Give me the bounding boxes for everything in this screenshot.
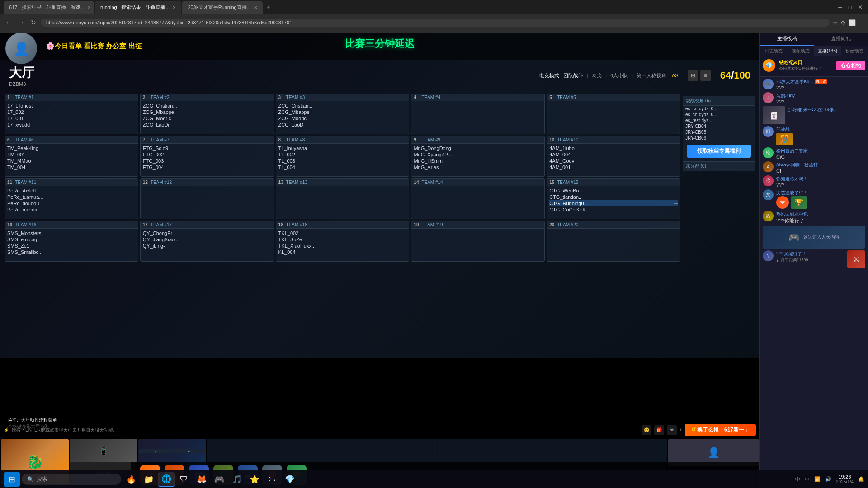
chat-username: 装的Judy bbox=[776, 93, 795, 98]
chat-avatar: 松 bbox=[763, 147, 774, 158]
extensions-icon[interactable]: ⬜ bbox=[849, 19, 856, 26]
taskbar-app-shield[interactable]: 🛡 bbox=[176, 472, 192, 487]
sidebar-tab-gifts[interactable]: 直播间礼 bbox=[814, 33, 868, 46]
minimize-btn[interactable]: ─ bbox=[836, 2, 844, 12]
player-name: 17_001 bbox=[7, 115, 136, 122]
player-name: CTG_WenBo bbox=[549, 188, 678, 194]
chat-message: 热 热风回到水中也 ???你能行了！ bbox=[763, 211, 865, 224]
forward-btn[interactable]: → bbox=[16, 18, 26, 27]
gift-btn[interactable]: 🎁 bbox=[654, 425, 664, 435]
taskbar-time: 19:26 2025/1/4 bbox=[836, 474, 854, 484]
fan-benefit-btn[interactable]: 领取粉丝专属福利 bbox=[687, 145, 751, 158]
player-name: MnG_DongDong bbox=[414, 145, 542, 151]
fan-badge-sub: 今日共有7位粉丝进行了 bbox=[779, 66, 822, 72]
spectator-name: es_cn-dydz_0... bbox=[683, 106, 755, 112]
chat-username: ???又能行了！ bbox=[776, 251, 807, 256]
settings-icon[interactable]: ⚙ bbox=[840, 19, 846, 26]
mode-view: 第一人称视角 bbox=[637, 72, 666, 79]
maximize-btn[interactable]: □ bbox=[847, 2, 854, 12]
tab-2[interactable]: running - 搜索结果 - 斗鱼直播... ✕ bbox=[95, 1, 181, 14]
taskbar-app-folder[interactable]: 📁 bbox=[141, 472, 157, 487]
player-name: PeRo_miemie bbox=[7, 206, 136, 213]
bookmark-icon[interactable]: ☆ bbox=[832, 19, 838, 26]
delay-notice: 比赛三分钟延迟 bbox=[345, 37, 415, 51]
chat-username: 松网曾的二管家： bbox=[776, 148, 812, 153]
taskbar-app-music[interactable]: 🎵 bbox=[229, 472, 245, 487]
team-cell-1: 1TEAM #1 17_Lilghost 17_002 17_001 17_xw… bbox=[5, 94, 138, 134]
list-view-btn[interactable]: ≡ bbox=[700, 70, 711, 81]
taskbar-app-star[interactable]: ⭐ bbox=[246, 472, 263, 487]
chat-avatar: ? bbox=[763, 250, 774, 261]
chat-text: CiG bbox=[776, 154, 865, 160]
new-tab-button[interactable]: ＋ bbox=[265, 3, 272, 11]
close-btn[interactable]: ✕ bbox=[856, 2, 864, 12]
player-name: 17_Lilghost bbox=[7, 103, 136, 109]
chat-message: 松 松网曾的二管家： CiG bbox=[763, 147, 865, 160]
sidebar-sub-tab-video[interactable]: 视频动态 bbox=[787, 46, 814, 56]
back-btn[interactable]: ← bbox=[4, 18, 14, 27]
chat-sticker: 🎊 bbox=[776, 133, 793, 145]
hall-header: 大厅 DZBM3 电竞模式 - 团队战斗 | 泰戈 | 4人小队 | 第一人称视… bbox=[9, 64, 750, 87]
sidebar-sub-tab-log[interactable]: 日志动态 bbox=[760, 46, 787, 56]
tab-close-3[interactable]: ✕ bbox=[254, 5, 257, 10]
player-name: PeRo_Aixleft bbox=[7, 188, 136, 194]
chat-message: 🃏 那好难 来一CC的 19张... bbox=[763, 106, 865, 124]
taskbar-notify[interactable]: 🔔 bbox=[858, 476, 864, 482]
chat-image: 🃏 bbox=[763, 106, 785, 124]
player-name: TL_Inuyasha bbox=[278, 145, 407, 151]
fan-subscribe-btn[interactable]: 心心相约 bbox=[836, 61, 865, 70]
chat-message: 你 你知道你才吗！ ??? bbox=[763, 175, 865, 188]
team-cell-10: 10TEAM #10 4AM_1iubo 4AM_004 4AM_Godv 4A… bbox=[547, 136, 680, 177]
player-name: TKL_SuZe bbox=[278, 236, 407, 243]
url-input[interactable]: https://www.douyu.com/topic/2025DZ817nd=… bbox=[41, 19, 830, 27]
chat-sticker: 🏆 bbox=[791, 196, 807, 209]
chat-content: 那好难 来一CC的 19张... bbox=[788, 106, 865, 113]
start-button[interactable]: ⊞ bbox=[4, 472, 20, 487]
chat-avatar: 热 bbox=[763, 211, 774, 221]
tab-close-2[interactable]: ✕ bbox=[172, 5, 176, 10]
team-cell-13: 13TEAM #13 bbox=[276, 178, 410, 219]
tab-3[interactable]: 20岁天才富手Running直播... ✕ bbox=[182, 1, 262, 14]
chat-username: 那好难 来一CC的 19张... bbox=[788, 107, 837, 112]
spectator-name: es_cn-dydz_0... bbox=[683, 112, 755, 117]
tab-close-1[interactable]: ✕ bbox=[87, 5, 91, 10]
player-name: CTG_tiantian... bbox=[549, 194, 678, 200]
tab-1[interactable]: 617 - 搜索结果 - 斗鱼直播 - 游戏... ✕ bbox=[4, 1, 94, 14]
chat-avatar: 你 bbox=[763, 175, 774, 186]
taskbar-app-fox[interactable]: 🦊 bbox=[193, 472, 210, 487]
chat-message: A Always阿睐：粉丝打 CI bbox=[763, 161, 865, 174]
follow-btn[interactable]: ❤ bbox=[667, 425, 677, 435]
emoji-btn[interactable]: 😊 bbox=[642, 425, 651, 435]
spectator-name: JRY-CB04 bbox=[683, 123, 755, 129]
player-name: SMS_Monsters bbox=[7, 230, 136, 236]
team-cell-18: 18TEAM #18 TKL_002 TKL_SuZe TKL_XiaoHuxx… bbox=[276, 221, 410, 262]
player-name: ZCG_Mbappe bbox=[143, 109, 271, 115]
team-cell-14: 14TEAM #14 bbox=[411, 178, 545, 219]
reload-btn[interactable]: ↻ bbox=[29, 18, 38, 27]
cta-search-btn[interactable]: ↺ 换了么搜「617新一」 bbox=[685, 424, 756, 436]
sidebar-sub-tab-live[interactable]: 直播(135) bbox=[814, 46, 841, 56]
spectator-header: 观战视角 (6) bbox=[683, 96, 755, 106]
taskbar-app-key[interactable]: 🗝 bbox=[264, 472, 280, 487]
taskbar-search[interactable]: 🔍 搜索 bbox=[22, 474, 121, 485]
player-name: 4AM_1iubo bbox=[549, 145, 678, 151]
chat-content: 松网曾的二管家： CiG bbox=[776, 147, 865, 160]
chat-message: 部 部战战 🎊 bbox=[763, 126, 865, 145]
chat-area: 🎮 20岁天才宫手Ku... Ran0 ??? J 装的Judy ??? bbox=[760, 77, 868, 473]
sidebar-sub-tab-fans[interactable]: 粉丝动态 bbox=[841, 46, 868, 56]
more-icon[interactable]: ⋯ bbox=[859, 19, 864, 26]
mode-tag: AS bbox=[672, 73, 679, 78]
taskbar-app-diamond[interactable]: 💎 bbox=[282, 472, 298, 487]
taskbar-app-game[interactable]: 🎮 bbox=[211, 472, 227, 487]
address-bar: ← → ↻ https://www.douyu.com/topic/2025DZ… bbox=[0, 14, 868, 31]
grid-view-btn[interactable]: ⊞ bbox=[688, 70, 698, 81]
chat-ad-banner[interactable]: 🎮 这这进入人天内容 bbox=[763, 226, 865, 249]
taskbar-app-fire[interactable]: 🔥 bbox=[123, 472, 139, 487]
player-name: MnG_Aries bbox=[414, 164, 542, 170]
player-name: QY_ChongEr bbox=[143, 230, 271, 236]
taskbar-app-browser[interactable]: 🌐 bbox=[158, 472, 175, 487]
browser-icons: ☆ ⚙ ⬜ ⋯ bbox=[832, 19, 864, 26]
chat-text: ??? bbox=[776, 99, 865, 104]
sidebar-tab-host[interactable]: 主播投稿 bbox=[760, 33, 814, 46]
chat-message: 文 文艺凌凌了行！ ❤ 🏆 bbox=[763, 189, 865, 209]
